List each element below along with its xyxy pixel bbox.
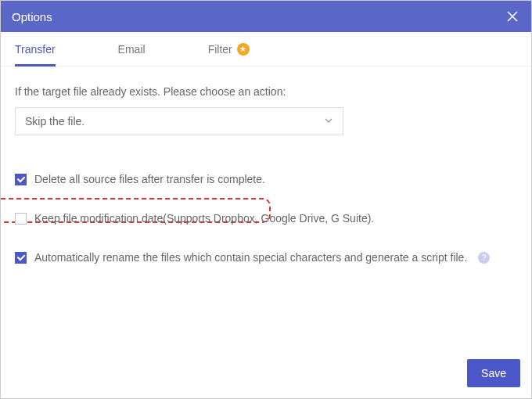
checkbox-label: Delete all source files after transfer i… (34, 173, 265, 185)
checkbox-keepdate[interactable] (15, 213, 27, 225)
opt-keepdate-row: Keep file modification date(Supports Dro… (15, 212, 517, 225)
content-pane: If the target file already exists. Pleas… (1, 66, 531, 398)
help-icon[interactable]: ? (478, 252, 490, 264)
opt-rename-row: Automatically rename the files which con… (15, 251, 517, 264)
checkbox-delete[interactable] (15, 174, 27, 185)
tab-bar: Transfer Email Filter ★ (1, 32, 531, 66)
titlebar: Options (1, 1, 531, 32)
checkbox-label: Keep file modification date(Supports Dro… (34, 212, 374, 225)
window-title: Options (12, 10, 52, 23)
tab-transfer[interactable]: Transfer (15, 32, 56, 66)
tab-email[interactable]: Email (118, 32, 146, 66)
checkbox-rename[interactable] (15, 252, 27, 264)
exists-prompt: If the target file already exists. Pleas… (15, 85, 517, 98)
star-icon: ★ (237, 43, 250, 56)
select-value: Skip the file. (25, 115, 84, 128)
opt-delete-row: Delete all source files after transfer i… (15, 173, 517, 185)
checkbox-label: Automatically rename the files which con… (34, 251, 467, 264)
exists-action-select[interactable]: Skip the file. (15, 107, 343, 135)
button-label: Save (481, 367, 506, 379)
save-button[interactable]: Save (467, 359, 520, 387)
tab-label: Filter (208, 43, 232, 56)
chevron-down-icon (324, 115, 333, 128)
close-icon[interactable] (505, 9, 520, 24)
tab-filter[interactable]: Filter ★ (208, 32, 250, 66)
tab-label: Transfer (15, 43, 56, 56)
tab-label: Email (118, 43, 146, 56)
